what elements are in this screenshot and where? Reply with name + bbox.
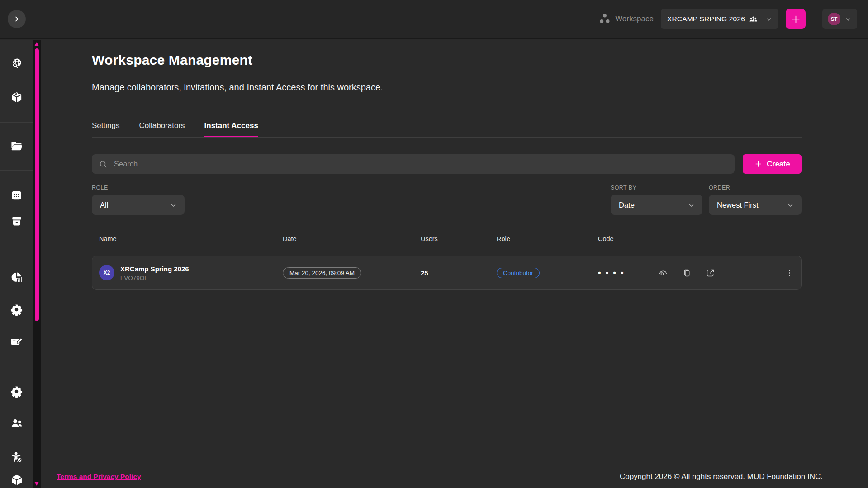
header-users: Users — [421, 235, 497, 242]
header-date: Date — [283, 235, 421, 242]
sidebar-item-settings[interactable] — [8, 382, 26, 400]
scrollbar-down-arrow[interactable] — [34, 482, 39, 486]
workspace-selector-dropdown[interactable]: XRCAMP SRPING 2026 — [661, 9, 778, 29]
sidebar-divider — [0, 360, 33, 360]
row-date-pill: Mar 20, 2026, 09:09 AM — [283, 267, 361, 279]
open-link-button[interactable] — [705, 268, 715, 278]
folder-icon — [10, 140, 23, 153]
footer: Terms and Privacy Policy Copyright 2026 … — [57, 472, 823, 481]
sidebar-item-assets[interactable] — [8, 88, 26, 106]
tab-settings[interactable]: Settings — [92, 121, 119, 137]
create-button-label: Create — [767, 160, 790, 168]
sidebar-divider — [0, 122, 33, 123]
reveal-code-button[interactable] — [658, 268, 668, 278]
tab-instant-access[interactable]: Instant Access — [204, 121, 258, 137]
row-menu-button[interactable] — [784, 268, 794, 278]
sidebar-item-analytics[interactable] — [8, 268, 26, 286]
header-role: Role — [497, 235, 598, 242]
row-role-badge: Contributor — [497, 268, 540, 278]
sidebar-expand-button[interactable] — [8, 10, 26, 28]
sidebar-item-instant-access[interactable] — [8, 448, 26, 466]
globe-search-icon — [10, 57, 23, 70]
sort-by-value: Date — [619, 201, 635, 209]
sidebar-item-packages[interactable] — [8, 471, 26, 488]
kebab-menu-icon — [785, 269, 794, 277]
order-dropdown[interactable]: Newest First — [709, 195, 802, 215]
row-users: 25 — [421, 269, 497, 277]
group-icon — [749, 15, 758, 24]
sidebar-item-calendar[interactable] — [8, 186, 26, 204]
workspace-selector-value: XRCAMP SRPING 2026 — [667, 15, 745, 23]
user-menu[interactable]: ST — [822, 9, 857, 29]
sort-by-label: SORT BY — [611, 185, 702, 191]
vertical-scrollbar — [33, 40, 41, 488]
role-filter-dropdown[interactable]: All — [92, 195, 185, 215]
people-icon — [10, 417, 23, 430]
row-name: XRCamp Spring 2026 — [120, 265, 189, 273]
search-box — [92, 154, 735, 174]
eye-icon — [658, 268, 668, 278]
chevron-down-icon — [765, 16, 772, 23]
header-code: Code — [598, 235, 658, 242]
app-window: Workspace XRCAMP SRPING 2026 ST — [0, 0, 868, 488]
tab-bar: Settings Collaborators Instant Access — [92, 121, 802, 138]
external-link-icon — [706, 268, 715, 278]
archive-box-icon — [11, 215, 23, 227]
sidebar-item-collaborators[interactable] — [8, 414, 26, 432]
filter-bar: ROLE All SORT BY Date — [92, 185, 802, 215]
sidebar-divider — [0, 246, 33, 246]
analytics-pie-icon — [10, 271, 23, 284]
sidebar-item-workspace-settings[interactable] — [8, 300, 26, 318]
person-check-icon — [10, 451, 23, 464]
order-value: Newest First — [717, 201, 759, 209]
topbar-divider — [814, 9, 814, 28]
copy-code-button[interactable] — [682, 268, 692, 278]
sidebar — [0, 40, 33, 488]
scrollbar-thumb[interactable] — [35, 48, 39, 321]
search-icon — [99, 160, 108, 169]
sort-by-dropdown[interactable]: Date — [611, 195, 702, 215]
package-icon — [10, 474, 23, 486]
row-avatar: X2 — [99, 265, 114, 280]
sidebar-divider — [0, 170, 33, 171]
user-avatar: ST — [828, 13, 840, 25]
sidebar-item-discover[interactable] — [8, 55, 26, 73]
row-masked-code: •••• — [598, 268, 658, 278]
card-edit-icon — [10, 335, 23, 348]
terms-privacy-link[interactable]: Terms and Privacy Policy — [57, 473, 141, 481]
page-subtitle: Manage collaborators, invitations, and I… — [92, 82, 802, 93]
table-row[interactable]: X2 XRCamp Spring 2026 FVO79OE Mar 20, 20… — [92, 256, 802, 290]
plus-icon — [754, 160, 763, 168]
table-header: Name Date Users Role Code — [92, 235, 802, 242]
chevron-down-icon — [845, 16, 852, 23]
workspace-label: Workspace — [615, 14, 654, 24]
main-panel: Workspace Management Manage collaborator… — [41, 40, 868, 488]
copy-icon — [682, 268, 692, 278]
asset-cube-icon — [10, 91, 23, 104]
role-filter-label: ROLE — [92, 185, 185, 191]
toolbar: Create — [92, 154, 802, 174]
page-title: Workspace Management — [92, 51, 802, 69]
row-code-id: FVO79OE — [120, 275, 189, 281]
chevron-right-icon — [13, 15, 21, 23]
gear-icon — [10, 303, 23, 316]
workspace-logo-icon — [598, 12, 612, 26]
header-name: Name — [99, 235, 283, 242]
topbar: Workspace XRCAMP SRPING 2026 ST — [0, 0, 868, 39]
search-input[interactable] — [113, 159, 728, 169]
sidebar-item-membership[interactable] — [8, 332, 26, 351]
gear-icon — [10, 385, 23, 398]
add-workspace-button[interactable] — [786, 9, 806, 29]
plus-icon — [791, 14, 801, 24]
chevron-down-icon — [688, 201, 695, 209]
order-label: ORDER — [709, 185, 802, 191]
sidebar-item-archive[interactable] — [8, 212, 26, 230]
create-button[interactable]: Create — [743, 154, 802, 174]
sidebar-item-projects[interactable] — [8, 137, 26, 155]
scrollbar-up-arrow[interactable] — [34, 42, 39, 46]
chevron-down-icon — [170, 201, 177, 209]
role-filter-value: All — [100, 201, 108, 209]
tab-collaborators[interactable]: Collaborators — [139, 121, 185, 137]
copyright-text: Copyright 2026 © All rights reserved. MU… — [620, 472, 823, 481]
calendar-icon — [10, 189, 23, 201]
